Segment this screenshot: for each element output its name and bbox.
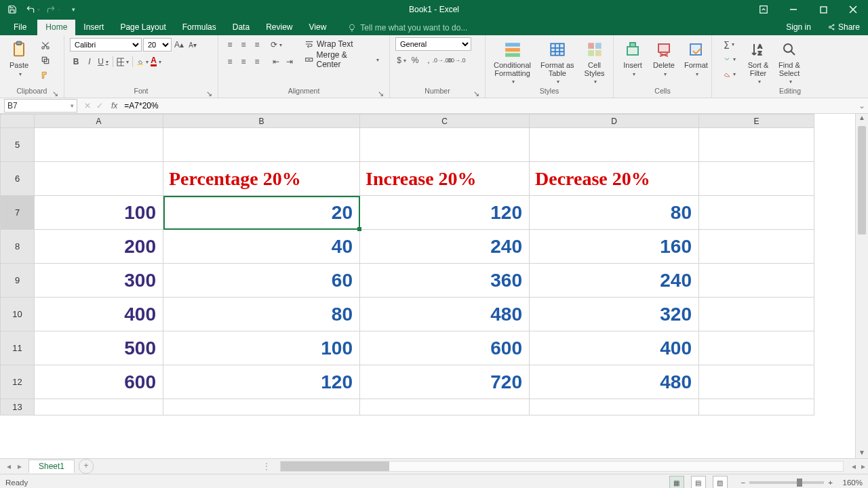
formula-input[interactable] (121, 99, 856, 113)
ribbon-display-options-button[interactable] (749, 0, 778, 19)
view-page-layout-button[interactable]: ▤ (691, 476, 706, 488)
zoom-level[interactable]: 160% (837, 479, 863, 487)
cell-D5[interactable] (530, 128, 699, 162)
vscroll-thumb[interactable] (858, 126, 866, 235)
cell-C13[interactable] (360, 399, 530, 415)
view-page-break-button[interactable]: ▨ (713, 476, 728, 488)
cell-B5[interactable] (163, 128, 360, 162)
cell-E13[interactable] (699, 399, 814, 415)
cut-button[interactable] (37, 39, 54, 52)
tab-home[interactable]: Home (37, 20, 75, 35)
align-right-button[interactable]: ≡ (251, 56, 263, 68)
tab-scroll-right-button[interactable]: ▸ (18, 462, 22, 471)
expand-formula-bar-button[interactable]: ⌄ (856, 101, 868, 110)
insert-cells-button[interactable]: Insert (619, 37, 646, 79)
zoom-in-button[interactable]: + (828, 479, 833, 487)
align-top-button[interactable]: ≡ (224, 39, 236, 51)
delete-cells-button[interactable]: Delete (650, 37, 677, 79)
cell-A11[interactable]: 500 (35, 331, 163, 365)
font-name-select[interactable]: Calibri (70, 38, 142, 52)
hscroll-thumb[interactable] (281, 462, 389, 471)
cell-E9[interactable] (699, 264, 814, 298)
row-header-13[interactable]: 13 (1, 399, 35, 415)
row-header-10[interactable]: 10 (1, 298, 35, 331)
row-header-9[interactable]: 9 (1, 264, 35, 298)
decrease-decimal-button[interactable]: .00→.0 (450, 54, 462, 66)
row-header-8[interactable]: 8 (1, 230, 35, 264)
tab-view[interactable]: View (301, 20, 335, 35)
alignment-launcher[interactable]: ↘ (377, 89, 384, 96)
cell-E8[interactable] (699, 230, 814, 264)
cell-D9[interactable]: 240 (530, 264, 699, 298)
tab-file[interactable]: File (3, 20, 37, 35)
close-button[interactable] (838, 0, 868, 19)
tab-scroll-left-button[interactable]: ◂ (7, 462, 11, 471)
decrease-indent-button[interactable]: ⇤ (270, 56, 282, 68)
clipboard-launcher[interactable]: ↘ (52, 89, 58, 96)
row-header-5[interactable]: 5 (1, 128, 35, 162)
bold-button[interactable]: B (70, 56, 82, 68)
zoom-out-button[interactable]: − (741, 479, 746, 487)
cell-E5[interactable] (699, 128, 814, 162)
worksheet-grid[interactable]: ABCDE56Percentage 20%Increase 20%Decreas… (0, 114, 855, 458)
number-format-select[interactable]: General (395, 37, 471, 51)
col-header-B[interactable]: B (163, 115, 360, 128)
clear-button[interactable] (717, 67, 741, 81)
cell-E6[interactable] (699, 162, 814, 196)
format-as-table-button[interactable]: Format as Table (538, 37, 577, 86)
font-launcher[interactable]: ↘ (205, 89, 212, 96)
cell-A13[interactable] (35, 399, 163, 415)
col-header-C[interactable]: C (360, 115, 530, 128)
font-size-select[interactable]: 20 (143, 38, 172, 52)
cell-A12[interactable]: 600 (35, 365, 163, 399)
cell-C9[interactable]: 360 (360, 264, 530, 298)
cell-D12[interactable]: 480 (530, 365, 699, 399)
format-painter-button[interactable] (37, 68, 54, 82)
sign-in-button[interactable]: Sign in (778, 20, 819, 35)
autosum-button[interactable]: ∑ (717, 37, 741, 51)
cell-A8[interactable]: 200 (35, 230, 163, 264)
cell-C12[interactable]: 720 (360, 365, 530, 399)
merge-center-button[interactable]: Merge & Center (302, 53, 381, 66)
minimize-button[interactable] (778, 0, 808, 19)
align-left-button[interactable]: ≡ (224, 56, 236, 68)
share-button[interactable]: Share (819, 20, 868, 35)
cell-A5[interactable] (35, 128, 163, 162)
cell-C6[interactable]: Increase 20% (360, 162, 530, 196)
align-center-button[interactable]: ≡ (237, 56, 250, 68)
vertical-scrollbar[interactable]: ▲ ▼ (855, 114, 868, 458)
enter-formula-button[interactable]: ✓ (96, 101, 103, 110)
cell-D13[interactable] (530, 399, 699, 415)
tab-page-layout[interactable]: Page Layout (112, 20, 174, 35)
sheet-tab-sheet1[interactable]: Sheet1 (28, 460, 75, 473)
tab-formulas[interactable]: Formulas (174, 20, 224, 35)
save-button[interactable] (4, 2, 20, 17)
cell-E10[interactable] (699, 298, 814, 331)
scroll-down-button[interactable]: ▼ (856, 449, 868, 458)
cancel-formula-button[interactable]: ✕ (84, 101, 91, 110)
cell-B8[interactable]: 40 (163, 230, 360, 264)
cell-A9[interactable]: 300 (35, 264, 163, 298)
sort-filter-button[interactable]: AZSort & Filter (745, 37, 772, 86)
cell-styles-button[interactable]: Cell Styles (581, 37, 608, 86)
cell-B12[interactable]: 120 (163, 365, 360, 399)
cell-B7[interactable]: 20 (163, 196, 360, 230)
conditional-formatting-button[interactable]: Conditional Formatting (491, 37, 534, 86)
cell-D11[interactable]: 400 (530, 331, 699, 365)
maximize-button[interactable] (808, 0, 838, 19)
row-header-7[interactable]: 7 (1, 196, 35, 230)
cell-B13[interactable] (163, 399, 360, 415)
number-launcher[interactable]: ↘ (473, 89, 479, 96)
underline-button[interactable]: U (97, 56, 109, 68)
col-header-E[interactable]: E (699, 115, 814, 128)
tab-data[interactable]: Data (224, 20, 258, 35)
col-header-D[interactable]: D (530, 115, 699, 128)
cell-C8[interactable]: 240 (360, 230, 530, 264)
cell-D8[interactable]: 160 (530, 230, 699, 264)
cell-D6[interactable]: Decrease 20% (530, 162, 699, 196)
insert-function-button[interactable]: fx (107, 101, 121, 110)
name-box[interactable]: B7 ▾ (4, 99, 77, 113)
accounting-format-button[interactable]: $ (395, 54, 408, 66)
align-middle-button[interactable]: ≡ (237, 39, 250, 51)
cell-D10[interactable]: 320 (530, 298, 699, 331)
